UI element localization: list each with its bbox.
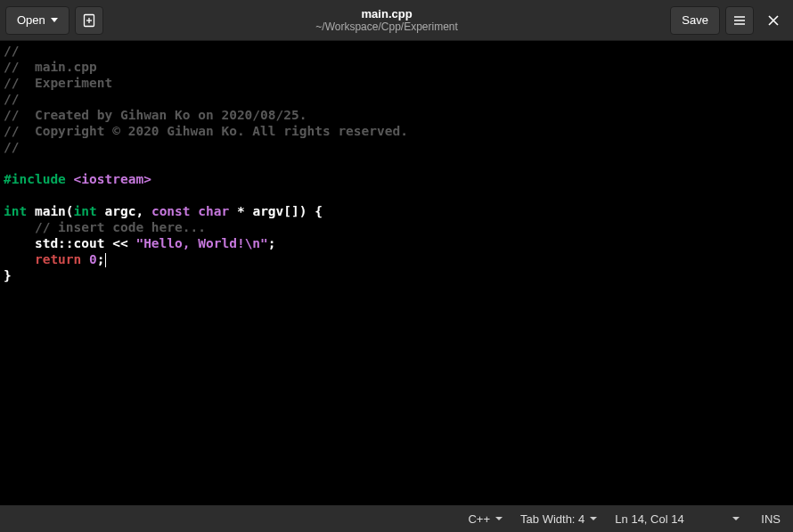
chevron-down-icon	[495, 517, 503, 520]
code-comment: main.cpp	[35, 60, 97, 74]
tab-width-selector[interactable]: Tab Width: 4	[511, 505, 606, 532]
chevron-down-icon	[590, 517, 597, 520]
code-comment: //	[4, 140, 19, 154]
hamburger-icon	[732, 13, 747, 28]
cursor-position-label: Ln 14, Col 14	[615, 512, 683, 526]
status-bar: C++ Tab Width: 4 Ln 14, Col 14 INS	[0, 505, 793, 532]
code-comment: //	[4, 108, 35, 122]
code-include: <iostream>	[74, 172, 151, 186]
code-text: ;	[268, 236, 276, 250]
code-comment: //	[4, 92, 19, 106]
code-escape: \n	[245, 236, 260, 250]
code-preproc: #include	[4, 172, 66, 186]
code-text	[81, 252, 89, 266]
code-type: char	[198, 204, 229, 218]
open-button[interactable]: Open	[5, 6, 69, 35]
chevron-down-icon	[51, 18, 58, 22]
window-subtitle: ~/Workspace/Cpp/Experiment	[103, 20, 671, 33]
code-comment: //	[4, 76, 35, 90]
header-center: main.cpp ~/Workspace/Cpp/Experiment	[103, 7, 671, 33]
code-keyword: int	[4, 204, 27, 218]
code-text	[66, 172, 74, 186]
save-button-label: Save	[682, 13, 708, 27]
code-comment: Created by Gihwan Ko on 2020/08/25.	[35, 108, 307, 122]
close-button[interactable]	[759, 6, 788, 35]
code-editor[interactable]: // // main.cpp // Experiment // // Creat…	[0, 41, 793, 505]
code-number: 0	[89, 252, 97, 266]
text-cursor	[105, 253, 106, 267]
code-string: "Hello, World!	[135, 236, 244, 250]
code-comment: Experiment	[35, 76, 112, 90]
code-brace: }	[4, 268, 12, 282]
code-keyword: int	[74, 204, 97, 218]
cursor-position-selector[interactable]: Ln 14, Col 14	[606, 512, 748, 526]
tab-width-label: Tab Width: 4	[520, 512, 585, 526]
code-comment: //	[4, 44, 19, 58]
code-keyword: return	[35, 252, 81, 266]
code-text	[191, 204, 199, 218]
code-keyword: const	[151, 204, 191, 218]
language-label: C++	[468, 512, 490, 526]
close-icon	[768, 15, 779, 26]
new-document-icon	[82, 13, 96, 28]
window-title: main.cpp	[103, 7, 671, 20]
new-document-button[interactable]	[75, 6, 103, 35]
header-right: Save	[670, 6, 788, 35]
code-comment: //	[4, 124, 35, 138]
language-selector[interactable]: C++	[459, 505, 511, 532]
hamburger-menu-button[interactable]	[725, 6, 754, 35]
code-comment: //	[4, 60, 35, 74]
code-text: * argv[]) {	[229, 204, 323, 218]
header-bar: Open main.cpp ~/Workspace/Cpp/Experiment…	[0, 0, 793, 41]
insert-mode-toggle[interactable]: INS	[748, 512, 793, 526]
code-indent	[4, 220, 35, 234]
code-comment: // insert code here...	[35, 220, 206, 234]
code-string: "	[260, 236, 268, 250]
code-text: main(	[27, 204, 73, 218]
save-button[interactable]: Save	[670, 6, 720, 35]
code-comment: Copyright © 2020 Gihwan Ko. All rights r…	[35, 124, 408, 138]
code-indent	[4, 252, 35, 266]
header-left: Open	[5, 6, 103, 35]
code-text: argc,	[97, 204, 151, 218]
open-button-label: Open	[17, 13, 45, 27]
code-text: std::cout <<	[4, 236, 135, 250]
code-text: ;	[97, 252, 105, 266]
insert-mode-label: INS	[761, 512, 781, 526]
chevron-down-icon	[732, 517, 740, 520]
